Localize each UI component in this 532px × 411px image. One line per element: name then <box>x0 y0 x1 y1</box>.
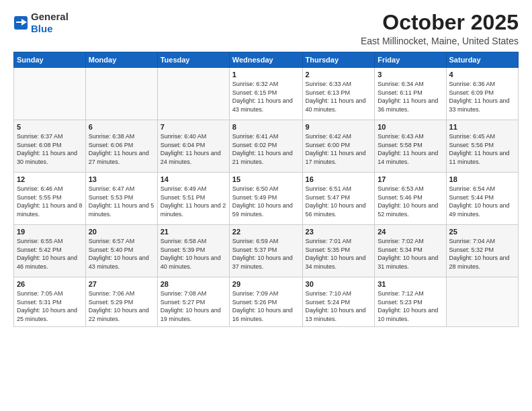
weekday-header-friday: Friday <box>375 52 446 68</box>
calendar-cell: 15Sunrise: 6:50 AMSunset: 5:49 PMDayligh… <box>229 173 302 225</box>
calendar-cell: 10Sunrise: 6:43 AMSunset: 5:58 PMDayligh… <box>375 120 446 173</box>
calendar-cell: 7Sunrise: 6:40 AMSunset: 6:04 PMDaylight… <box>157 120 229 173</box>
calendar-cell: 4Sunrise: 6:36 AMSunset: 6:09 PMDaylight… <box>446 68 518 120</box>
day-info: Sunrise: 7:02 AMSunset: 5:34 PMDaylight:… <box>378 237 443 271</box>
day-number: 28 <box>161 280 226 288</box>
day-number: 21 <box>161 228 226 236</box>
day-info: Sunrise: 7:01 AMSunset: 5:35 PMDaylight:… <box>306 237 372 271</box>
calendar-cell: 11Sunrise: 6:45 AMSunset: 5:56 PMDayligh… <box>446 120 518 173</box>
day-number: 19 <box>17 228 83 236</box>
logo-icon <box>13 15 28 30</box>
calendar-table: SundayMondayTuesdayWednesdayThursdayFrid… <box>13 52 519 326</box>
calendar-cell: 16Sunrise: 6:51 AMSunset: 5:47 PMDayligh… <box>302 173 375 225</box>
weekday-header-saturday: Saturday <box>446 52 518 68</box>
day-number: 25 <box>449 228 515 236</box>
day-info: Sunrise: 7:04 AMSunset: 5:32 PMDaylight:… <box>449 237 515 271</box>
day-info: Sunrise: 6:50 AMSunset: 5:49 PMDaylight:… <box>232 185 300 218</box>
day-number: 7 <box>161 123 226 131</box>
calendar-cell: 29Sunrise: 7:09 AMSunset: 5:26 PMDayligh… <box>229 277 302 326</box>
day-number: 29 <box>232 280 300 288</box>
day-info: Sunrise: 7:08 AMSunset: 5:27 PMDaylight:… <box>161 289 226 323</box>
day-number: 27 <box>89 280 154 288</box>
weekday-header-wednesday: Wednesday <box>229 52 302 68</box>
title-block: October 2025 East Millinocket, Maine, Un… <box>361 11 519 46</box>
day-info: Sunrise: 7:10 AMSunset: 5:24 PMDaylight:… <box>306 289 372 323</box>
weekday-header-tuesday: Tuesday <box>157 52 229 68</box>
calendar-cell: 2Sunrise: 6:33 AMSunset: 6:13 PMDaylight… <box>302 68 375 120</box>
day-info: Sunrise: 6:32 AMSunset: 6:15 PMDaylight:… <box>232 80 300 113</box>
calendar-cell: 24Sunrise: 7:02 AMSunset: 5:34 PMDayligh… <box>375 225 446 277</box>
weekday-header-monday: Monday <box>85 52 157 68</box>
day-info: Sunrise: 6:37 AMSunset: 6:08 PMDaylight:… <box>17 132 83 166</box>
day-number: 5 <box>17 123 83 131</box>
calendar-cell: 22Sunrise: 6:59 AMSunset: 5:37 PMDayligh… <box>229 225 302 277</box>
day-info: Sunrise: 6:43 AMSunset: 5:58 PMDaylight:… <box>378 132 443 166</box>
calendar-cell: 27Sunrise: 7:06 AMSunset: 5:29 PMDayligh… <box>85 277 157 326</box>
day-number: 16 <box>306 175 372 183</box>
day-number: 3 <box>378 71 443 79</box>
day-number: 17 <box>378 175 443 183</box>
calendar-cell: 3Sunrise: 6:34 AMSunset: 6:11 PMDaylight… <box>375 68 446 120</box>
logo-blue-text: Blue <box>31 23 53 34</box>
day-number: 15 <box>232 175 300 183</box>
calendar-cell: 1Sunrise: 6:32 AMSunset: 6:15 PMDaylight… <box>229 68 302 120</box>
day-number: 12 <box>17 175 83 183</box>
day-number: 26 <box>17 280 83 288</box>
day-number: 11 <box>449 123 515 131</box>
calendar-cell: 9Sunrise: 6:42 AMSunset: 6:00 PMDaylight… <box>302 120 375 173</box>
calendar-cell: 18Sunrise: 6:54 AMSunset: 5:44 PMDayligh… <box>446 173 518 225</box>
calendar-cell <box>14 68 86 120</box>
calendar-cell: 26Sunrise: 7:05 AMSunset: 5:31 PMDayligh… <box>14 277 86 326</box>
day-number: 24 <box>378 228 443 236</box>
month-title: October 2025 <box>361 11 519 34</box>
day-info: Sunrise: 6:54 AMSunset: 5:44 PMDaylight:… <box>449 185 515 218</box>
day-number: 10 <box>378 123 443 131</box>
day-number: 4 <box>449 71 515 79</box>
calendar-cell: 17Sunrise: 6:53 AMSunset: 5:46 PMDayligh… <box>375 173 446 225</box>
day-number: 22 <box>232 228 300 236</box>
day-info: Sunrise: 6:53 AMSunset: 5:46 PMDaylight:… <box>378 185 443 218</box>
day-info: Sunrise: 6:36 AMSunset: 6:09 PMDaylight:… <box>449 80 515 113</box>
calendar-cell <box>157 68 229 120</box>
location-title: East Millinocket, Maine, United States <box>361 36 519 46</box>
day-info: Sunrise: 6:46 AMSunset: 5:55 PMDaylight:… <box>17 185 83 218</box>
day-info: Sunrise: 6:34 AMSunset: 6:11 PMDaylight:… <box>378 80 443 113</box>
day-number: 23 <box>306 228 372 236</box>
calendar-cell: 5Sunrise: 6:37 AMSunset: 6:08 PMDaylight… <box>14 120 86 173</box>
calendar-cell: 13Sunrise: 6:47 AMSunset: 5:53 PMDayligh… <box>85 173 157 225</box>
day-number: 30 <box>306 280 372 288</box>
calendar-cell <box>446 277 518 326</box>
day-number: 2 <box>306 71 372 79</box>
day-number: 13 <box>89 175 154 183</box>
calendar-cell: 19Sunrise: 6:55 AMSunset: 5:42 PMDayligh… <box>14 225 86 277</box>
day-info: Sunrise: 6:51 AMSunset: 5:47 PMDaylight:… <box>306 185 372 218</box>
calendar-cell <box>85 68 157 120</box>
day-number: 6 <box>89 123 154 131</box>
day-info: Sunrise: 7:12 AMSunset: 5:23 PMDaylight:… <box>378 289 443 323</box>
calendar-cell: 23Sunrise: 7:01 AMSunset: 5:35 PMDayligh… <box>302 225 375 277</box>
day-info: Sunrise: 6:41 AMSunset: 6:02 PMDaylight:… <box>232 132 300 166</box>
day-number: 31 <box>378 280 443 288</box>
calendar-cell: 20Sunrise: 6:57 AMSunset: 5:40 PMDayligh… <box>85 225 157 277</box>
calendar-cell: 25Sunrise: 7:04 AMSunset: 5:32 PMDayligh… <box>446 225 518 277</box>
day-info: Sunrise: 6:55 AMSunset: 5:42 PMDaylight:… <box>17 237 83 271</box>
day-info: Sunrise: 6:47 AMSunset: 5:53 PMDaylight:… <box>89 185 154 218</box>
day-info: Sunrise: 6:33 AMSunset: 6:13 PMDaylight:… <box>306 80 372 113</box>
day-number: 14 <box>161 175 226 183</box>
day-info: Sunrise: 6:38 AMSunset: 6:06 PMDaylight:… <box>89 132 154 166</box>
day-number: 18 <box>449 175 515 183</box>
day-info: Sunrise: 6:49 AMSunset: 5:51 PMDaylight:… <box>161 185 226 218</box>
day-info: Sunrise: 6:40 AMSunset: 6:04 PMDaylight:… <box>161 132 226 166</box>
day-number: 1 <box>232 71 300 79</box>
day-info: Sunrise: 6:57 AMSunset: 5:40 PMDaylight:… <box>89 237 154 271</box>
calendar-cell: 8Sunrise: 6:41 AMSunset: 6:02 PMDaylight… <box>229 120 302 173</box>
day-number: 8 <box>232 123 300 131</box>
calendar-cell: 28Sunrise: 7:08 AMSunset: 5:27 PMDayligh… <box>157 277 229 326</box>
weekday-header-thursday: Thursday <box>302 52 375 68</box>
logo: General Blue <box>13 11 69 35</box>
day-info: Sunrise: 6:58 AMSunset: 5:39 PMDaylight:… <box>161 237 226 271</box>
day-info: Sunrise: 7:06 AMSunset: 5:29 PMDaylight:… <box>89 289 154 323</box>
day-info: Sunrise: 7:09 AMSunset: 5:26 PMDaylight:… <box>232 289 300 323</box>
calendar-cell: 12Sunrise: 6:46 AMSunset: 5:55 PMDayligh… <box>14 173 86 225</box>
day-info: Sunrise: 7:05 AMSunset: 5:31 PMDaylight:… <box>17 289 83 323</box>
